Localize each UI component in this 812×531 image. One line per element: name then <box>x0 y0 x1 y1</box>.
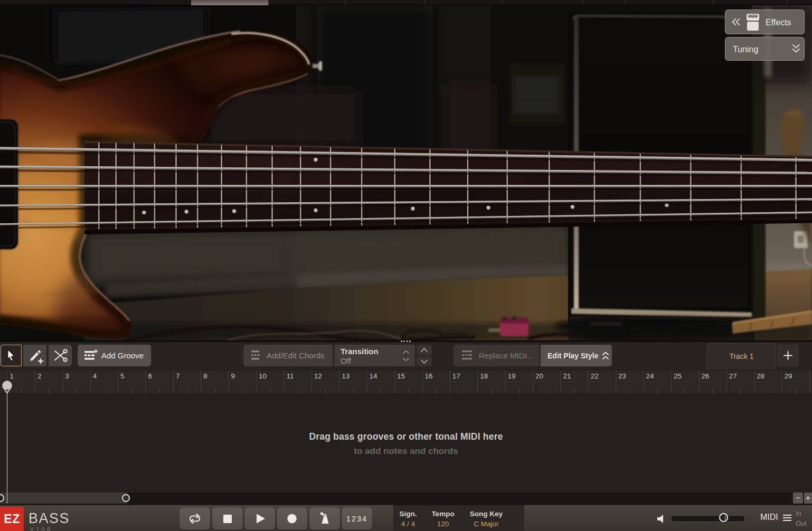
svg-text:15: 15 <box>397 372 405 380</box>
svg-text:23: 23 <box>618 372 626 380</box>
svg-text:3: 3 <box>65 372 69 380</box>
svg-text:6: 6 <box>148 372 153 380</box>
svg-text:27: 27 <box>729 372 737 380</box>
svg-text:28: 28 <box>757 372 764 380</box>
svg-text:10: 10 <box>259 372 267 380</box>
svg-text:13: 13 <box>342 372 350 380</box>
svg-text:12: 12 <box>314 372 322 380</box>
svg-text:24: 24 <box>646 372 655 380</box>
svg-text:21: 21 <box>563 372 571 380</box>
svg-text:17: 17 <box>452 372 460 380</box>
svg-text:14: 14 <box>370 372 378 380</box>
svg-text:16: 16 <box>424 372 432 380</box>
svg-text:11: 11 <box>286 372 294 380</box>
svg-text:22: 22 <box>591 372 599 380</box>
svg-text:2: 2 <box>37 372 42 380</box>
svg-text:8: 8 <box>203 372 207 380</box>
svg-text:20: 20 <box>535 372 543 380</box>
svg-text:26: 26 <box>701 372 709 380</box>
svg-text:19: 19 <box>508 372 516 380</box>
svg-text:18: 18 <box>480 372 488 380</box>
svg-text:5: 5 <box>120 372 125 380</box>
svg-text:Tuning: Tuning <box>733 45 758 54</box>
svg-text:Effects: Effects <box>766 18 791 27</box>
svg-text:7: 7 <box>176 372 180 380</box>
svg-text:29: 29 <box>785 372 792 380</box>
svg-text:9: 9 <box>231 372 235 380</box>
svg-text:4: 4 <box>93 372 97 380</box>
svg-text:1234: 1234 <box>346 515 367 523</box>
svg-text:25: 25 <box>674 372 682 380</box>
svg-text:1: 1 <box>10 372 14 380</box>
